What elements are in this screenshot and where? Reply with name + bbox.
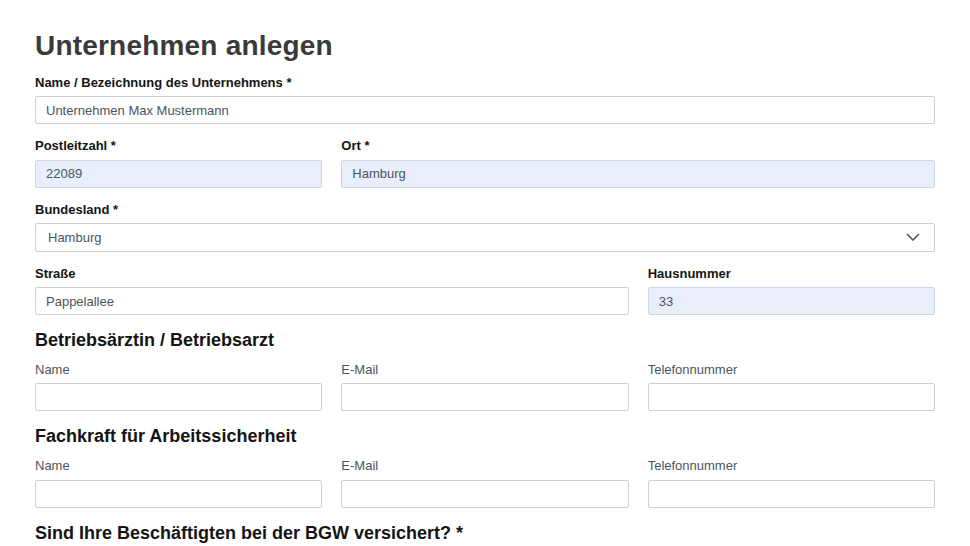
company-name-field-group: Name / Bezeichnung des Unternehmens * [35,76,935,124]
specialist-email-input[interactable] [341,480,628,508]
create-company-form: Unternehmen anlegen Name / Bezeichnung d… [0,0,970,546]
doctor-name-field-group: Name [35,363,322,411]
state-field-group: Bundesland * Hamburg [35,203,935,252]
insurance-question-heading: Sind Ihre Beschäftigten bei der BGW vers… [35,523,935,544]
postal-code-field-group: Postleitzahl * [35,139,322,187]
postal-code-label: Postleitzahl * [35,139,322,153]
street-label: Straße [35,267,629,281]
company-name-label: Name / Bezeichnung des Unternehmens * [35,76,935,90]
company-name-input[interactable] [35,96,935,124]
specialist-email-field-group: E-Mail [341,459,628,507]
city-input[interactable] [341,160,935,188]
doctor-phone-label: Telefonnummer [648,363,935,377]
house-number-field-group: Hausnummer [648,267,935,315]
doctor-phone-field-group: Telefonnummer [648,363,935,411]
street-input[interactable] [35,287,629,315]
house-number-input[interactable] [648,287,935,315]
street-field-group: Straße [35,267,629,315]
state-label: Bundesland * [35,203,935,217]
safety-specialist-heading: Fachkraft für Arbeitssicherheit [35,426,935,447]
state-select-value: Hamburg [48,230,101,245]
doctor-name-label: Name [35,363,322,377]
postal-code-input[interactable] [35,160,322,188]
doctor-email-input[interactable] [341,383,628,411]
doctor-name-input[interactable] [35,383,322,411]
chevron-down-icon [906,233,920,241]
specialist-phone-label: Telefonnummer [648,459,935,473]
city-label: Ort * [341,139,935,153]
state-select[interactable]: Hamburg [35,223,935,252]
specialist-name-field-group: Name [35,459,322,507]
specialist-email-label: E-Mail [341,459,628,473]
page-title: Unternehmen anlegen [35,30,935,62]
city-field-group: Ort * [341,139,935,187]
specialist-phone-field-group: Telefonnummer [648,459,935,507]
company-doctor-heading: Betriebsärztin / Betriebsarzt [35,330,935,351]
house-number-label: Hausnummer [648,267,935,281]
doctor-email-field-group: E-Mail [341,363,628,411]
doctor-email-label: E-Mail [341,363,628,377]
specialist-name-input[interactable] [35,480,322,508]
doctor-phone-input[interactable] [648,383,935,411]
specialist-phone-input[interactable] [648,480,935,508]
specialist-name-label: Name [35,459,322,473]
